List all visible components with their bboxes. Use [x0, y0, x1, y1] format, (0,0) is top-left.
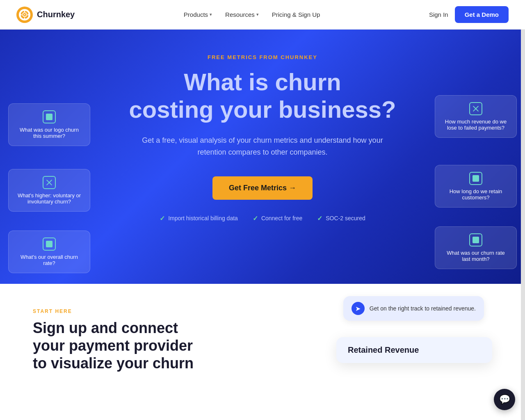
hero-overline: FREE METRICS FROM CHURNKEY — [208, 54, 317, 60]
float-card-churn-type: What's higher: voluntary or involuntary … — [8, 169, 90, 212]
chat-bubble: ➤ Get on the right track to retained rev… — [343, 296, 484, 321]
x-icon — [43, 176, 56, 189]
chevron-down-icon: ▾ — [256, 12, 259, 17]
get-free-metrics-button[interactable]: Get Free Metrics → — [212, 176, 313, 200]
nav-pricing[interactable]: Pricing & Sign Up — [272, 11, 320, 18]
scrollbar[interactable] — [521, 0, 525, 415]
checkmark-icon: ✓ — [317, 215, 322, 222]
logo-icon — [16, 7, 33, 23]
retained-revenue-card: Retained Revenue — [336, 337, 492, 363]
float-card-churn-rate-month: What was our churn rate last month? — [435, 226, 517, 269]
check-billing: ✓ Import historical billing data — [160, 215, 238, 222]
svg-point-1 — [23, 13, 27, 17]
svg-point-0 — [20, 10, 29, 19]
logo[interactable]: Churnkey — [16, 7, 75, 23]
float-card-logo-churn: What was our logo churn this summer? — [8, 103, 90, 146]
get-demo-button[interactable]: Get a Demo — [455, 6, 509, 23]
nav-links: Products ▾ Resources ▾ Pricing & Sign Up — [184, 11, 320, 18]
nav-resources[interactable]: Resources ▾ — [225, 11, 259, 18]
start-here-label: START HERE — [33, 308, 197, 314]
section-heading: Sign up and connect your payment provide… — [33, 319, 197, 372]
square-icon — [469, 233, 482, 247]
chevron-down-icon: ▾ — [210, 12, 212, 17]
logo-text: Churnkey — [37, 10, 75, 19]
section-signup: START HERE Sign up and connect your paym… — [0, 284, 525, 415]
section-left: START HERE Sign up and connect your paym… — [33, 308, 197, 372]
navbar: Churnkey Products ▾ Resources ▾ Pricing … — [0, 0, 525, 30]
square-icon — [43, 110, 56, 123]
x-icon — [469, 102, 482, 115]
hero-title: What is churn costing your business? — [129, 68, 396, 123]
nav-products[interactable]: Products ▾ — [184, 11, 212, 18]
hero-checks: ✓ Import historical billing data ✓ Conne… — [160, 215, 365, 222]
signin-link[interactable]: Sign In — [429, 11, 448, 18]
check-soc2: ✓ SOC-2 secured — [317, 215, 365, 222]
chat-arrow-icon: ➤ — [352, 302, 365, 315]
checkmark-icon: ✓ — [253, 215, 258, 222]
chat-icon: 💬 — [499, 394, 510, 405]
square-icon — [469, 172, 482, 185]
float-card-overall-churn: What's our overall churn rate? — [8, 231, 90, 273]
hero-subtitle: Get a free, visual analysis of your chur… — [139, 135, 386, 158]
square-icon — [43, 237, 56, 251]
float-card-retain-customers: How long do we retain customers? — [435, 165, 517, 208]
nav-actions: Sign In Get a Demo — [429, 6, 509, 23]
float-card-failed-payments: How much revenue do we lose to failed pa… — [435, 95, 517, 138]
chat-button[interactable]: 💬 — [494, 389, 515, 410]
check-connect: ✓ Connect for free — [253, 215, 302, 222]
checkmark-icon: ✓ — [160, 215, 165, 222]
hero-section: What was our logo churn this summer? Wha… — [0, 30, 525, 284]
